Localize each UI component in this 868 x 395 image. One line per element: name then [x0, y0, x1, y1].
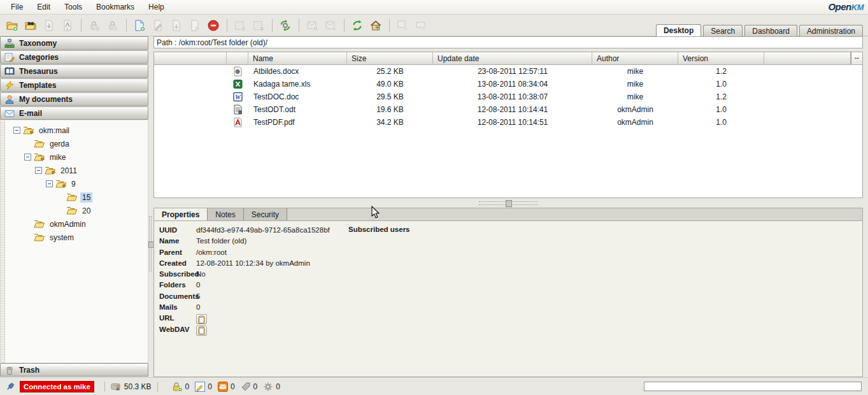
column-update-date[interactable]: Update date	[433, 52, 592, 64]
resize-columns-button[interactable]: ↔	[851, 52, 862, 64]
openkm-window: File Edit Tools Bookmarks Help OpenKM	[0, 0, 868, 395]
status-progress-input[interactable]	[644, 382, 862, 391]
file-version: 1.0	[678, 80, 764, 89]
edit-document-button[interactable]	[151, 18, 165, 32]
tree-item-label: okm:mail	[37, 126, 71, 136]
tree-item-9[interactable]: 9	[6, 177, 148, 190]
file-date: 13-08-2011 08:34:04	[433, 80, 592, 89]
horizontal-splitter[interactable]	[153, 199, 863, 207]
tree-item-label: 20	[80, 206, 92, 216]
file-row[interactable]: TestODT.odt 19.6 KB 12-08-2011 10:14:41 …	[154, 103, 862, 116]
folders-count: 0	[196, 280, 862, 289]
copy-webdav-button[interactable]	[196, 326, 207, 336]
tree-item-mike[interactable]: mike	[6, 150, 148, 164]
mail-folder-icon	[55, 180, 66, 188]
document-cancel-icon	[189, 19, 201, 32]
thesaurus-book-icon	[4, 67, 15, 76]
tree-item-2011[interactable]: 2011	[6, 164, 148, 177]
toolbar-separator	[227, 19, 227, 32]
tab-desktop[interactable]: Desktop	[656, 24, 701, 36]
tab-search[interactable]: Search	[703, 25, 743, 36]
menu-help[interactable]: Help	[141, 1, 171, 13]
file-row[interactable]: Kadaga tame.xls 49.0 KB 13-08-2011 08:34…	[154, 78, 862, 90]
tab-administration[interactable]: Administration	[799, 25, 863, 36]
download-document-button[interactable]	[42, 18, 56, 32]
collapse-icon[interactable]	[46, 180, 53, 187]
tree-item-okm-mail[interactable]: okm:mail	[6, 124, 148, 137]
file-size: 25.2 KB	[347, 67, 433, 76]
sidebar-item-trash[interactable]: Trash	[0, 363, 148, 377]
property-group-remove-icon	[252, 19, 265, 32]
home-button[interactable]	[369, 18, 383, 32]
sidebar-item-label: Taxonomy	[19, 39, 57, 48]
tab-dashboard[interactable]: Dashboard	[744, 25, 797, 36]
tree-item-okmadmin[interactable]: okmAdmin	[6, 217, 148, 231]
xls-file-icon	[233, 79, 243, 89]
docx-file-icon	[233, 66, 243, 76]
sidebar-item-categories[interactable]: Categories	[0, 50, 148, 64]
add-document-button[interactable]	[132, 18, 146, 32]
lock-button[interactable]	[87, 18, 101, 32]
toolbar-separator	[272, 19, 273, 32]
tree-item-20[interactable]: 20	[6, 204, 148, 217]
column-name[interactable]: Name	[248, 52, 347, 64]
tree-item-label: 9	[69, 179, 78, 189]
file-row[interactable]: TestPDF.pdf 34.2 KB 12-08-2011 10:14:51 …	[154, 116, 862, 129]
split-horizontal-button[interactable]	[395, 18, 409, 32]
file-date: 23-08-2011 12:57:11	[433, 67, 592, 76]
column-author[interactable]: Author	[592, 52, 678, 64]
file-row[interactable]: W TestDOC.doc 29.5 KB 13-08-2011 10:38:0…	[154, 90, 862, 103]
remove-subscription-button[interactable]	[324, 18, 338, 32]
split-vertical-button[interactable]	[414, 18, 428, 32]
tree-item-system[interactable]: system	[6, 231, 148, 244]
start-workflow-button[interactable]	[278, 18, 292, 32]
sidebar-item-templates[interactable]: Templates	[0, 78, 148, 92]
menu-edit[interactable]: Edit	[30, 1, 57, 13]
checkin-document-button[interactable]	[169, 18, 183, 32]
vertical-splitter[interactable]	[148, 36, 153, 377]
menu-tools[interactable]: Tools	[57, 1, 89, 13]
unlock-button[interactable]	[106, 18, 120, 32]
menu-bar: File Edit Tools Bookmarks Help OpenKM	[0, 0, 868, 15]
refresh-button[interactable]	[350, 18, 364, 32]
gear-icon	[263, 382, 273, 392]
created-value: 12-08-2011 10:12:34 by okmAdmin	[196, 259, 862, 267]
tab-properties[interactable]: Properties	[154, 208, 208, 220]
collapse-icon[interactable]	[35, 167, 42, 174]
copy-url-button[interactable]	[196, 314, 207, 324]
menu-file[interactable]: File	[4, 1, 30, 13]
create-folder-button[interactable]	[5, 18, 19, 32]
menu-bookmarks[interactable]: Bookmarks	[89, 1, 141, 13]
tree-item-gerda[interactable]: gerda	[6, 137, 148, 150]
splitter-handle[interactable]	[149, 216, 152, 272]
tree-item-label: system	[48, 233, 76, 243]
sidebar-item-my-documents[interactable]: My documents	[0, 92, 148, 106]
splitter-handle[interactable]	[479, 201, 537, 205]
file-list: Name Size Update date Author Version ↔ A…	[153, 52, 863, 198]
find-folder-button[interactable]	[24, 18, 38, 32]
collapse-icon[interactable]	[13, 127, 20, 134]
sidebar-item-email[interactable]: E-mail	[0, 106, 148, 120]
sidebar-item-thesaurus[interactable]: Thesaurus	[0, 64, 148, 78]
file-size: 19.6 KB	[347, 105, 433, 114]
add-subscription-button[interactable]	[305, 18, 319, 32]
column-size[interactable]: Size	[347, 52, 433, 64]
sidebar-item-label: Trash	[19, 366, 39, 375]
column-type	[227, 52, 248, 64]
column-version[interactable]: Version	[678, 52, 764, 64]
cancel-checkout-button[interactable]	[188, 18, 202, 32]
tab-security[interactable]: Security	[244, 208, 287, 220]
add-property-group-button[interactable]	[233, 18, 247, 32]
tab-notes[interactable]: Notes	[208, 208, 243, 220]
remove-property-group-button[interactable]	[252, 18, 266, 32]
quota-size-text: 50.3 KB	[124, 382, 152, 391]
field-label: Parent	[159, 248, 196, 256]
delete-button[interactable]	[206, 18, 220, 32]
download-pdf-button[interactable]	[60, 18, 75, 32]
tree-item-label: okmAdmin	[48, 219, 88, 229]
collapse-icon[interactable]	[24, 154, 31, 161]
subscribe-icon	[306, 19, 318, 32]
sidebar-item-taxonomy[interactable]: Taxonomy	[0, 36, 148, 50]
file-row[interactable]: Atbildes.docx 25.2 KB 23-08-2011 12:57:1…	[154, 65, 862, 78]
tree-item-15[interactable]: 15	[6, 190, 148, 204]
